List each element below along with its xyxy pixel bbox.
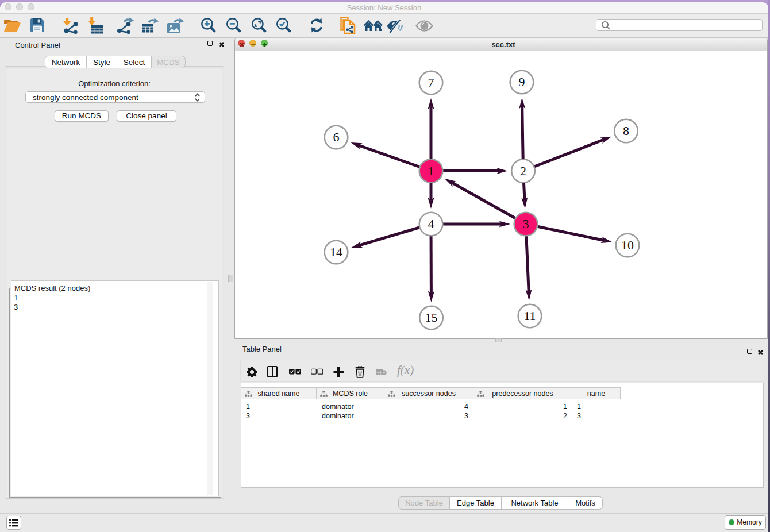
svg-text:14: 14 [330, 245, 342, 259]
svg-text:1: 1 [428, 164, 434, 178]
svg-text:11: 11 [523, 309, 536, 323]
svg-text:7: 7 [428, 75, 434, 90]
svg-text:4: 4 [428, 217, 434, 231]
svg-text:9: 9 [519, 75, 525, 89]
svg-text:10: 10 [621, 238, 634, 252]
svg-text:2: 2 [520, 164, 526, 178]
svg-text:8: 8 [623, 124, 629, 138]
svg-text:6: 6 [333, 130, 340, 144]
svg-text:3: 3 [523, 217, 529, 231]
svg-text:15: 15 [425, 310, 438, 325]
